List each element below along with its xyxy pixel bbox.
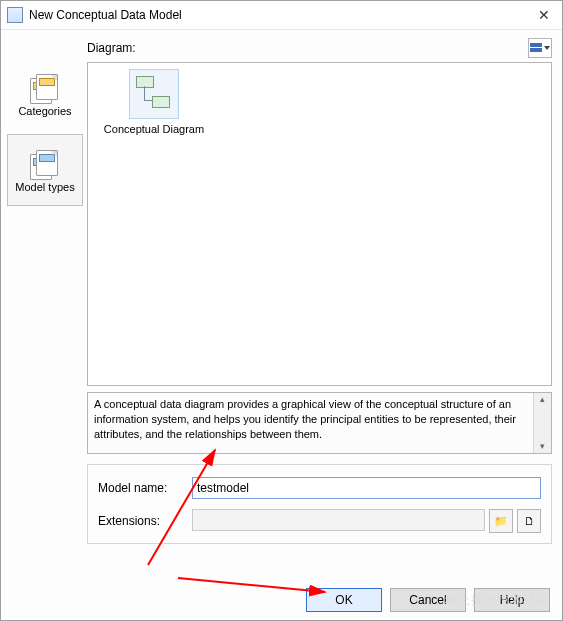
cancel-button[interactable]: Cancel [390, 588, 466, 612]
extensions-label: Extensions: [98, 514, 184, 528]
view-mode-button[interactable] [528, 38, 552, 58]
extensions-field [192, 509, 485, 531]
main-panel: Diagram: Conceptual Diagram A conceptual… [87, 38, 552, 574]
extensions-browse-button[interactable]: 📁 [489, 509, 513, 533]
sidebar: Categories Model types [7, 38, 83, 574]
model-name-field[interactable] [192, 477, 541, 499]
description-text: A conceptual data diagram provides a gra… [88, 393, 533, 453]
sidebar-item-categories[interactable]: Categories [7, 58, 83, 130]
app-icon [7, 7, 23, 23]
form-group: Model name: Extensions: 📁 🗋 [87, 464, 552, 544]
scroll-up-icon[interactable]: ▴ [540, 395, 545, 404]
conceptual-diagram-icon [129, 69, 179, 119]
list-item[interactable]: Conceptual Diagram [94, 69, 214, 135]
dialog-window: New Conceptual Data Model ✕ Categories M… [0, 0, 563, 621]
folder-icon: 📁 [494, 515, 508, 528]
diagram-list[interactable]: Conceptual Diagram [87, 62, 552, 386]
description-box: A conceptual data diagram provides a gra… [87, 392, 552, 454]
list-icon: 🗋 [524, 515, 535, 527]
chevron-down-icon [544, 46, 550, 50]
list-item-label: Conceptual Diagram [104, 123, 204, 135]
titlebar: New Conceptual Data Model ✕ [1, 1, 562, 30]
sidebar-item-label: Categories [18, 105, 71, 117]
sidebar-item-label: Model types [15, 181, 74, 193]
close-icon[interactable]: ✕ [532, 7, 556, 23]
model-name-label: Model name: [98, 481, 184, 495]
button-bar: OK Cancel Help [1, 580, 562, 620]
extensions-list-button[interactable]: 🗋 [517, 509, 541, 533]
scrollbar[interactable]: ▴ ▾ [533, 393, 551, 453]
dialog-body: Categories Model types Diagram: [1, 30, 562, 580]
sidebar-item-model-types[interactable]: Model types [7, 134, 83, 206]
ok-button[interactable]: OK [306, 588, 382, 612]
scroll-down-icon[interactable]: ▾ [540, 442, 545, 451]
folders-icon [28, 72, 62, 102]
help-button[interactable]: Help [474, 588, 550, 612]
window-title: New Conceptual Data Model [29, 8, 532, 22]
grid-icon [530, 43, 542, 53]
diagram-label: Diagram: [87, 41, 136, 55]
documents-icon [28, 148, 62, 178]
